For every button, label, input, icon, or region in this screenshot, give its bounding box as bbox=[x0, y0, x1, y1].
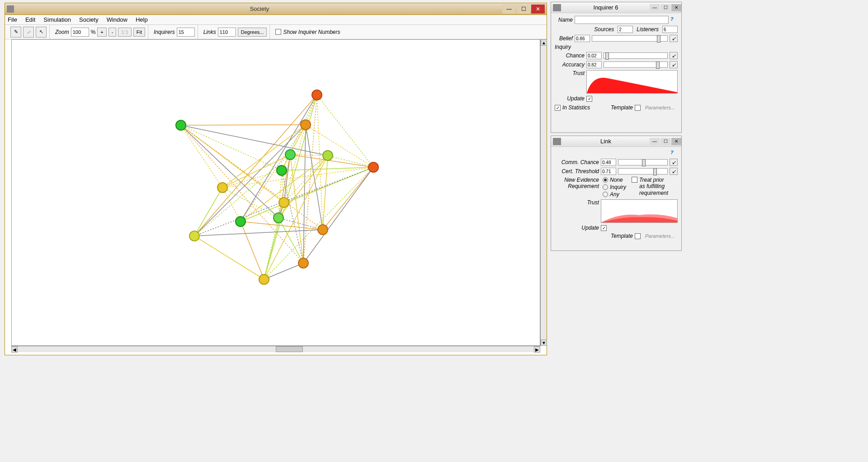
menu-help[interactable]: Help bbox=[136, 16, 148, 23]
radio-inquiry[interactable] bbox=[603, 184, 608, 190]
svg-line-55 bbox=[241, 222, 264, 279]
horizontal-scrollbar[interactable]: ◀ ▶ bbox=[11, 346, 540, 352]
close-button[interactable]: ✕ bbox=[531, 5, 545, 14]
show-numbers-checkbox[interactable] bbox=[275, 29, 281, 35]
inquirer-titlebar[interactable]: Inquirer 6 — ☐ ✕ bbox=[551, 2, 681, 13]
link-min-button[interactable]: — bbox=[650, 138, 660, 145]
graph-node[interactable] bbox=[368, 162, 379, 173]
menu-simulation[interactable]: Simulation bbox=[43, 16, 71, 23]
inquirer-close-button[interactable]: ✕ bbox=[671, 4, 681, 11]
comm-chance-edit-icon[interactable]: ↙ bbox=[670, 159, 678, 166]
chance-edit-icon[interactable]: ↙ bbox=[670, 52, 678, 59]
menubar: File Edit Simulation Society Window Help bbox=[5, 15, 547, 25]
accuracy-value[interactable] bbox=[586, 61, 602, 68]
zoom-minus-button[interactable]: - bbox=[108, 28, 117, 37]
link-template-checkbox[interactable] bbox=[635, 233, 641, 239]
graph-node[interactable] bbox=[235, 216, 246, 227]
treat-prior-checkbox[interactable] bbox=[632, 177, 637, 183]
comm-chance-value[interactable] bbox=[601, 159, 616, 166]
in-stats-label: In Statistics bbox=[562, 104, 590, 111]
cert-threshold-label: Cert. Threshold bbox=[555, 168, 599, 174]
graph-node[interactable] bbox=[285, 149, 296, 160]
belief-edit-icon[interactable]: ↙ bbox=[670, 35, 678, 42]
graph-edges bbox=[12, 40, 540, 345]
belief-slider[interactable] bbox=[592, 35, 668, 42]
minimize-button[interactable]: — bbox=[502, 5, 516, 14]
tool-pencil-icon[interactable]: ✎ bbox=[10, 27, 21, 38]
link-max-button[interactable]: ☐ bbox=[660, 138, 670, 145]
graph-node[interactable] bbox=[273, 212, 284, 223]
graph-node[interactable] bbox=[189, 231, 200, 241]
scroll-left-icon[interactable]: ◀ bbox=[11, 346, 18, 353]
scroll-right-icon[interactable]: ▶ bbox=[534, 346, 540, 353]
graph-node[interactable] bbox=[322, 150, 333, 161]
tool-brush-icon[interactable]: ⟋ bbox=[23, 27, 34, 38]
comm-chance-slider[interactable] bbox=[618, 159, 668, 165]
links-input[interactable] bbox=[218, 28, 236, 37]
belief-value[interactable] bbox=[575, 35, 590, 42]
parameters-button[interactable]: Parameters... bbox=[642, 104, 678, 111]
graph-node[interactable] bbox=[298, 258, 309, 269]
maximize-button[interactable]: ☐ bbox=[517, 5, 530, 14]
menu-window[interactable]: Window bbox=[107, 16, 127, 23]
graph-node[interactable] bbox=[300, 119, 311, 130]
radio-any[interactable] bbox=[603, 192, 608, 197]
zoom-plus-button[interactable]: + bbox=[97, 28, 106, 37]
help-icon[interactable]: ? bbox=[670, 150, 678, 157]
link-update-checkbox[interactable]: ✓ bbox=[601, 225, 607, 231]
cert-threshold-value[interactable] bbox=[601, 168, 616, 175]
scroll-down-icon[interactable]: ▼ bbox=[541, 339, 547, 346]
help-icon[interactable]: ? bbox=[670, 16, 678, 24]
link-title: Link bbox=[563, 138, 649, 145]
graph-node[interactable] bbox=[278, 197, 289, 208]
zoom-input[interactable] bbox=[71, 28, 89, 37]
graph-node[interactable] bbox=[175, 120, 186, 131]
inquirer-max-button[interactable]: ☐ bbox=[660, 4, 670, 11]
graph-node[interactable] bbox=[259, 274, 269, 285]
chance-value[interactable] bbox=[586, 52, 602, 59]
app-icon bbox=[7, 5, 14, 13]
menu-society[interactable]: Society bbox=[79, 16, 99, 23]
chance-label: Chance bbox=[555, 52, 585, 59]
graph-node[interactable] bbox=[311, 90, 322, 100]
link-titlebar[interactable]: Link — ☐ ✕ bbox=[551, 136, 681, 147]
zoom-fit-button[interactable]: Fit bbox=[133, 28, 145, 37]
cert-threshold-edit-icon[interactable]: ↙ bbox=[670, 168, 678, 175]
scroll-thumb[interactable] bbox=[276, 346, 303, 352]
graph-node[interactable] bbox=[317, 224, 328, 235]
panel-icon bbox=[553, 4, 561, 11]
zoom-label: Zoom bbox=[55, 29, 69, 35]
update-checkbox[interactable]: ✓ bbox=[586, 96, 592, 102]
zoom-percent: % bbox=[91, 29, 96, 35]
menu-edit[interactable]: Edit bbox=[25, 16, 35, 23]
link-trust-chart bbox=[601, 199, 678, 223]
graph-node[interactable] bbox=[276, 165, 287, 176]
treat-prior-3: requirement bbox=[639, 190, 668, 196]
chance-slider[interactable] bbox=[604, 52, 668, 59]
link-parameters-button[interactable]: Parameters... bbox=[642, 233, 678, 239]
name-input[interactable] bbox=[575, 16, 669, 24]
scroll-up-icon[interactable]: ▲ bbox=[541, 39, 547, 46]
link-template-label: Template bbox=[611, 233, 633, 239]
degrees-button[interactable]: Degrees... bbox=[238, 28, 267, 37]
in-stats-checkbox[interactable]: ✓ bbox=[555, 105, 561, 111]
inquirer-min-button[interactable]: — bbox=[650, 4, 660, 11]
titlebar[interactable]: Society — ☐ ✕ bbox=[5, 3, 547, 15]
accuracy-edit-icon[interactable]: ↙ bbox=[670, 61, 678, 68]
radio-none[interactable] bbox=[603, 177, 608, 183]
graph-canvas[interactable] bbox=[11, 39, 540, 346]
cert-threshold-slider[interactable] bbox=[618, 168, 668, 174]
listeners-input[interactable] bbox=[662, 26, 678, 33]
update-label: Update bbox=[555, 95, 585, 102]
template-checkbox[interactable] bbox=[635, 105, 641, 111]
link-close-button[interactable]: ✕ bbox=[671, 138, 681, 145]
zoom-1to1-button[interactable]: 1:1 bbox=[118, 28, 131, 37]
comm-chance-label: Comm. Chance bbox=[555, 159, 599, 165]
inquirers-input[interactable] bbox=[177, 28, 195, 37]
vertical-scrollbar[interactable]: ▲ ▼ bbox=[540, 39, 547, 346]
sources-input[interactable] bbox=[618, 26, 633, 33]
graph-node[interactable] bbox=[217, 182, 228, 193]
menu-file[interactable]: File bbox=[8, 16, 17, 23]
tool-pointer-icon[interactable]: ↖ bbox=[36, 27, 47, 38]
accuracy-slider[interactable] bbox=[604, 61, 668, 68]
